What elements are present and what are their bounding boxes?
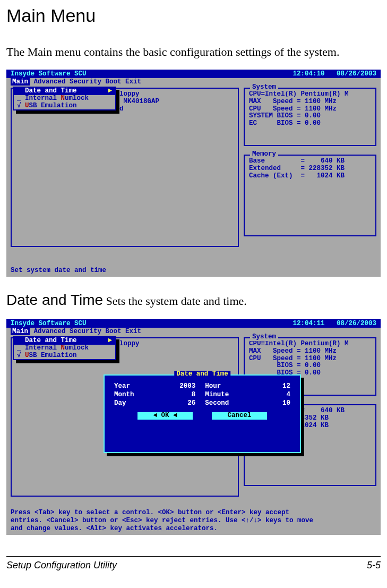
- menu-main[interactable]: Main: [11, 78, 30, 86]
- bios-help: Set system date and time: [11, 267, 376, 275]
- memory-content: Base = 640 KB Extended = 228352 KB Cache…: [245, 156, 375, 182]
- chevron-right-icon: ►: [108, 88, 112, 95]
- bios-time: 12:04:11: [293, 320, 324, 327]
- dropdown-item-numlock[interactable]: _ Internal Numlock: [14, 345, 115, 352]
- date-time-dialog[interactable]: Date and Time Year 2003 Hour 12 Month 8 …: [104, 374, 301, 453]
- main-settings-box: B Floppy IDE Primary = TOSHIBA MK4018GAP…: [11, 88, 239, 247]
- memory-legend: Memory: [250, 151, 278, 158]
- bios-date: 08/26/2003: [337, 320, 376, 327]
- dropdown-item-date-time[interactable]: Date and Time ►: [14, 337, 115, 345]
- second-value[interactable]: 10: [253, 400, 290, 407]
- menu-main[interactable]: Main: [11, 328, 30, 335]
- page-title: Main Menu: [6, 5, 381, 26]
- dropdown-item-date-time[interactable]: Date and Time ►: [14, 88, 115, 95]
- chevron-right-icon: ►: [108, 337, 112, 345]
- memory-box: Memory Base = 640 KB Extended = 228352 K…: [244, 155, 376, 236]
- day-value[interactable]: 26: [158, 400, 195, 407]
- intro-text: The Main menu contains the basic configu…: [6, 45, 381, 59]
- year-value[interactable]: 2003: [158, 383, 195, 390]
- dropdown-item-usb-emulation[interactable]: √ USB Emulation: [14, 352, 115, 360]
- second-label: Second: [205, 400, 244, 407]
- main-dropdown[interactable]: Date and Time ► _ Internal Numlock √ USB…: [13, 87, 116, 110]
- bios-menubar[interactable]: Main Advanced Security Boot Exit: [6, 328, 381, 336]
- bios-screenshot-2: Insyde Software SCU 12:04:11 08/26/2003 …: [6, 319, 381, 535]
- day-label: Day: [114, 400, 149, 407]
- system-legend: System: [250, 334, 278, 341]
- system-legend: System: [250, 84, 278, 91]
- hour-value[interactable]: 12: [253, 383, 290, 390]
- minute-label: Minute: [205, 391, 244, 399]
- section-desc-date-time: Sets the system date and time.: [103, 294, 247, 308]
- bios-menubar[interactable]: Main Advanced Security Boot Exit: [6, 78, 381, 87]
- system-content: CPU=Intel(R) Pentium(R) M MAX Speed = 11…: [245, 89, 375, 130]
- bios-date: 08/26/2003: [337, 70, 376, 78]
- menu-rest[interactable]: Advanced Security Boot Exit: [30, 78, 141, 86]
- bios-title: Insyde Software SCU: [11, 320, 87, 327]
- month-value[interactable]: 8: [158, 391, 195, 399]
- main-dropdown[interactable]: Date and Time ► _ Internal Numlock √ USB…: [13, 336, 116, 360]
- hour-label: Hour: [205, 383, 244, 390]
- bios-help: Press <Tab> key to select a control. <OK…: [11, 509, 376, 533]
- dropdown-item-usb-emulation[interactable]: √ USB Emulation: [14, 103, 115, 110]
- bios-screenshot-1: Insyde Software SCU 12:04:10 08/26/2003 …: [6, 70, 381, 277]
- system-box: System CPU=Intel(R) Pentium(R) M MAX Spe…: [244, 88, 376, 146]
- footer-right: 5-5: [367, 560, 381, 571]
- page-footer: Setup Configuration Utility 5-5: [6, 556, 381, 571]
- menu-rest[interactable]: Advanced Security Boot Exit: [30, 328, 141, 335]
- year-label: Year: [114, 383, 149, 390]
- bios-titlebar: Insyde Software SCU 12:04:11 08/26/2003: [6, 319, 381, 328]
- bios-titlebar: Insyde Software SCU 12:04:10 08/26/2003: [6, 70, 381, 78]
- bios-time: 12:04:10: [293, 70, 324, 78]
- dialog-title: Date and Time: [174, 371, 230, 378]
- cancel-button[interactable]: Cancel: [212, 412, 267, 420]
- bios-title: Insyde Software SCU: [11, 71, 87, 77]
- footer-left: Setup Configuration Utility: [6, 560, 117, 571]
- dropdown-item-numlock[interactable]: _ Internal Numlock: [14, 95, 115, 103]
- system-content: CPU=Intel(R) Pentium(R) M MAX Speed = 11…: [245, 338, 375, 379]
- month-label: Month: [114, 391, 149, 399]
- minute-value[interactable]: 4: [253, 391, 290, 399]
- ok-button[interactable]: OK: [137, 412, 193, 420]
- section-title-date-time: Date and Time: [6, 292, 103, 308]
